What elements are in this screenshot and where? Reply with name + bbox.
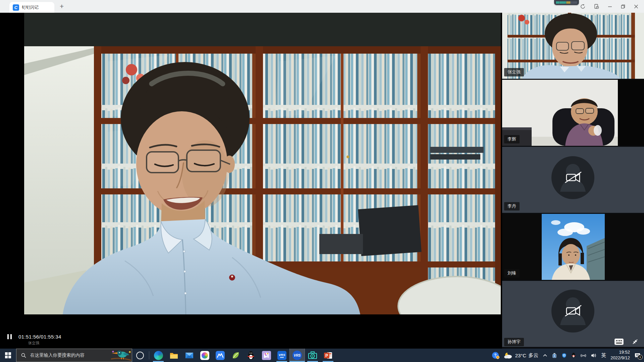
participant-tile-4[interactable]: 刘臻: [502, 214, 644, 280]
hidden-icons-chevron[interactable]: [543, 354, 547, 357]
taskbar-divider: [149, 351, 149, 359]
participant-name-label: 刘臻: [504, 269, 520, 278]
clock-time: 19:52: [610, 350, 630, 355]
folder-icon: [169, 351, 178, 360]
app-leaf[interactable]: [228, 349, 243, 362]
vrs-square-icon: VRS: [277, 351, 286, 360]
participant-video: [502, 214, 644, 280]
usb-icon: [552, 353, 557, 358]
tray-volume[interactable]: [591, 353, 597, 358]
mountain-icon: [216, 351, 225, 360]
powerpoint-icon: P: [324, 351, 333, 360]
app-edge[interactable]: [151, 349, 166, 362]
help-icon: ?: [492, 352, 499, 359]
app-capture[interactable]: [305, 349, 320, 362]
search-highlight-bird: [110, 349, 132, 362]
clock-date: 2022/9/12: [610, 355, 630, 361]
close-button[interactable]: [634, 4, 639, 9]
collapse-icon[interactable]: [632, 338, 639, 345]
participant-video: [502, 80, 644, 146]
tab-title: 钉钉闪记: [22, 5, 39, 10]
sync-icon[interactable]: [580, 4, 586, 9]
weather-temp: 23°C: [515, 353, 527, 358]
search-icon: [21, 353, 26, 358]
letterbox-top: [24, 13, 501, 46]
app-mail[interactable]: [181, 349, 197, 362]
notification-badge: 1: [638, 355, 643, 360]
playback-controls: 01:51:56/01:55:34 张立强: [7, 334, 61, 346]
shield-icon: [561, 353, 567, 358]
tray-qq[interactable]: [571, 353, 576, 358]
maximize-button[interactable]: [621, 4, 626, 9]
weather-icon: [503, 352, 513, 359]
participant-name-label: 李辉: [504, 135, 520, 143]
app-pinwheel[interactable]: [197, 349, 212, 362]
mail-icon: [185, 351, 194, 360]
volume-icon: [591, 353, 597, 358]
pinwheel-icon: [200, 351, 209, 360]
tray-signal[interactable]: [580, 353, 586, 358]
history-icon[interactable]: [594, 4, 599, 9]
search-placeholder: 在这里输入你要搜索的内容: [30, 352, 85, 358]
gallery-icon: [262, 351, 271, 360]
tray-help[interactable]: ?: [492, 352, 499, 359]
app-mountain[interactable]: [212, 349, 228, 362]
svg-text:P: P: [325, 353, 328, 358]
participant-tile-5[interactable]: 孙博宇: [502, 281, 644, 347]
tray-usb[interactable]: [552, 353, 557, 358]
qq-icon: [247, 351, 255, 360]
caption-icon[interactable]: [614, 339, 624, 345]
tray-weather[interactable]: 23°C 多云: [503, 352, 539, 359]
dingtalk-flashnote-icon: C: [13, 4, 19, 11]
participant-tile-2[interactable]: 李辉: [502, 80, 644, 146]
app-vrs-active[interactable]: VRS: [289, 349, 305, 362]
audio-level-meter: [554, 0, 579, 5]
playback-time: 01:51:56/01:55:34: [18, 334, 61, 340]
participant-video: [502, 281, 644, 347]
start-button[interactable]: [0, 349, 16, 362]
signal-icon: [580, 353, 586, 358]
app-gallery[interactable]: [259, 349, 274, 362]
tab-dingtalk-flashnote[interactable]: C 钉钉闪记: [9, 2, 54, 13]
cortana-button[interactable]: [132, 349, 148, 362]
app-powerpoint[interactable]: P: [320, 349, 336, 362]
capture-camera-icon: [308, 351, 317, 360]
participant-tile-1[interactable]: 张立强: [502, 13, 644, 79]
pause-button[interactable]: [7, 334, 12, 339]
screen: C 钉钉闪记 +: [0, 0, 644, 362]
participant-video: [502, 147, 644, 213]
leaf-icon: [231, 351, 240, 360]
vrs-circle-icon: VRS: [292, 351, 302, 360]
app-vrs-square[interactable]: VRS: [274, 349, 289, 362]
participant-tile-3[interactable]: 李丹: [502, 147, 644, 213]
edge-icon: [154, 351, 163, 360]
ime-indicator[interactable]: 英: [601, 352, 606, 359]
participant-name-label: 张立强: [504, 68, 524, 76]
main-video[interactable]: [24, 46, 501, 314]
participant-name-label: 李丹: [504, 202, 520, 210]
participant-name-label: 孙博宇: [504, 338, 524, 346]
app-qq[interactable]: [243, 349, 259, 362]
app-file-explorer[interactable]: [166, 349, 181, 362]
speaker-name-label: 张立强: [28, 341, 61, 346]
chevron-up-icon: [543, 354, 547, 357]
tray-clock[interactable]: 19:52 2022/9/12: [610, 350, 630, 361]
svg-text:VRS: VRS: [278, 353, 285, 357]
new-tab-button[interactable]: +: [60, 2, 64, 11]
cortana-icon: [136, 352, 144, 359]
qq-mini-icon: [571, 353, 576, 358]
window-titlebar: C 钉钉闪记 +: [0, 0, 644, 13]
notification-center[interactable]: 1: [634, 353, 641, 358]
playback-stage: 01:51:56/01:55:34 张立强: [0, 13, 502, 349]
windows-logo-icon: [5, 352, 11, 358]
tray-shield[interactable]: [561, 353, 567, 358]
weather-condition: 多云: [528, 352, 538, 359]
participant-sidebar: 张立强: [502, 13, 644, 349]
minimize-button[interactable]: [607, 4, 612, 9]
search-input[interactable]: 在这里输入你要搜索的内容: [16, 349, 132, 362]
taskbar: 在这里输入你要搜索的内容: [0, 349, 644, 362]
